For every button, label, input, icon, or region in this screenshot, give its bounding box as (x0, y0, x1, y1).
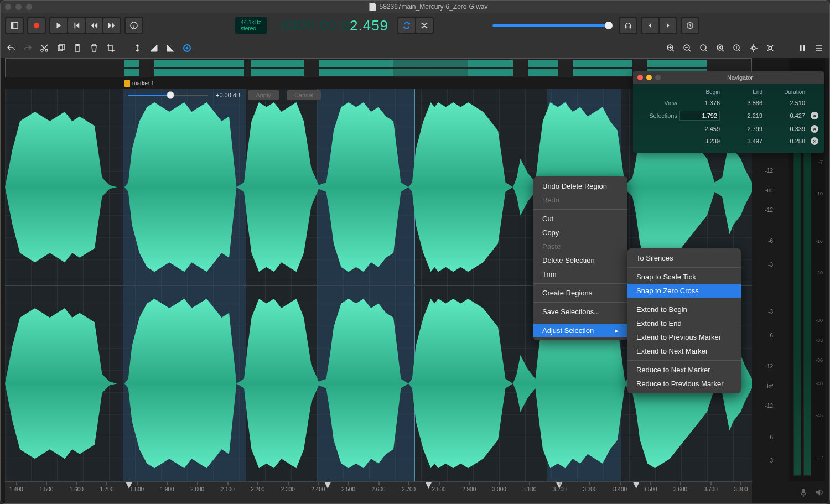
zoom-window-button[interactable] (26, 4, 32, 10)
nav-back-button[interactable] (642, 18, 658, 33)
marker-flag-icon[interactable] (124, 80, 130, 87)
svg-text:i: i (133, 23, 135, 29)
svg-point-2 (34, 23, 40, 29)
info-button[interactable]: i (126, 18, 142, 33)
fade-in-button[interactable] (148, 42, 160, 54)
ctx-trim[interactable]: Trim (533, 267, 627, 281)
time-ruler[interactable]: 1.4001.5001.6001.7001.8001.9002.0002.100… (5, 481, 752, 503)
ruler-tick: 1.400 (9, 486, 23, 492)
paste-button[interactable] (71, 42, 84, 54)
minimize-icon[interactable] (646, 75, 652, 80)
ruler-tick: 2.700 (402, 486, 416, 492)
volume-slider[interactable] (492, 24, 609, 27)
mic-icon[interactable] (798, 487, 808, 499)
sub-red-next[interactable]: Reduce to Next Marker (627, 363, 741, 377)
context-menu: Undo Delete Region Redo Cut Copy Paste D… (533, 176, 627, 340)
ctx-save-selections[interactable]: Save Selections... (533, 305, 627, 319)
history-button[interactable] (682, 18, 698, 33)
ruler-tick: 2.000 (190, 486, 204, 492)
sub-red-prev[interactable]: Reduce to Previous Marker (627, 377, 741, 391)
clear-selection-icon[interactable]: ✕ (811, 112, 818, 119)
close-window-button[interactable] (5, 4, 11, 10)
minimize-window-button[interactable] (15, 4, 22, 10)
fade-out-button[interactable] (164, 42, 177, 54)
cancel-button[interactable]: Cancel (287, 90, 321, 100)
play-button[interactable] (50, 18, 67, 33)
edit-toolbar (1, 38, 829, 58)
delete-button[interactable] (88, 42, 100, 54)
svg-rect-6 (630, 26, 631, 28)
ruler-tick: 3.400 (613, 486, 627, 492)
tool-2-button[interactable] (764, 42, 776, 54)
sub-ext-prev[interactable]: Extend to Previous Marker (627, 330, 741, 344)
sub-snap-zero[interactable]: Snap to Zero Cross (627, 284, 741, 298)
ruler-tick: 2.400 (311, 486, 325, 492)
selection-handle[interactable] (324, 482, 331, 489)
ctx-copy[interactable]: Copy (533, 226, 627, 240)
vertical-tool-button[interactable] (131, 42, 143, 54)
svg-rect-23 (800, 45, 801, 51)
sub-ext-next[interactable]: Extend to Next Marker (627, 344, 741, 358)
cut-button[interactable] (38, 42, 50, 54)
ruler-tick: 3.700 (704, 486, 718, 492)
gain-slider[interactable] (128, 95, 208, 96)
redo-button[interactable] (22, 42, 34, 54)
zoom-out-button[interactable] (681, 42, 693, 54)
ctx-redo: Redo (533, 193, 627, 207)
ctx-create-regions[interactable]: Create Regions (533, 286, 627, 300)
ctx-paste: Paste (533, 240, 627, 253)
zoom-fit-button[interactable] (714, 42, 727, 54)
copy-button[interactable] (55, 42, 67, 54)
close-icon[interactable] (637, 75, 643, 80)
loop-button[interactable] (398, 18, 415, 33)
selection-handle[interactable] (425, 482, 432, 489)
effect-button[interactable] (181, 42, 193, 54)
ruler-tick: 1.500 (39, 486, 53, 492)
filename: 582367main_Mercury-6_Zero-G.wav (379, 3, 487, 11)
sub-ext-end[interactable]: Extend to End (627, 316, 741, 330)
ruler-tick: 2.600 (371, 486, 385, 492)
zoom-icon[interactable] (655, 75, 661, 80)
ruler-tick: 3.600 (673, 486, 687, 492)
sub-snap-scale[interactable]: Snap to Scale Tick (627, 270, 741, 284)
ruler-tick: 2.100 (221, 486, 235, 492)
rewind-button[interactable] (86, 18, 102, 33)
sub-ext-begin[interactable]: Extend to Begin (627, 303, 741, 316)
navigator-panel[interactable]: Navigator Begin End Duration View 1.376 … (633, 71, 824, 153)
zoom-in-button[interactable] (665, 42, 677, 54)
columns-button[interactable] (796, 42, 808, 54)
apply-button[interactable]: Apply (248, 90, 279, 100)
gain-value: +0.00 dB (216, 92, 240, 98)
svg-point-22 (769, 46, 772, 50)
headphone-button[interactable] (620, 18, 636, 33)
sub-to-silences[interactable]: To Silences (627, 251, 741, 265)
sidebar-toggle-button[interactable] (6, 18, 23, 33)
ctx-undo[interactable]: Undo Delete Region (533, 179, 627, 193)
ctx-delete[interactable]: Delete Selection (533, 253, 627, 267)
svg-point-8 (41, 49, 43, 51)
svg-rect-13 (76, 44, 79, 46)
zoom-selection-button[interactable] (698, 42, 710, 54)
forward-button[interactable] (103, 18, 120, 33)
menu-button[interactable] (813, 42, 825, 54)
clear-selection-icon[interactable]: ✕ (811, 137, 818, 145)
file-icon (369, 3, 376, 11)
nav-forward-button[interactable] (660, 18, 676, 33)
svg-point-9 (45, 49, 48, 51)
ruler-tick: 3.500 (644, 486, 657, 492)
ctx-adjust-selection[interactable]: Adjust Selection▶ (533, 324, 627, 337)
undo-button[interactable] (5, 42, 17, 54)
clear-selection-icon[interactable]: ✕ (811, 125, 818, 133)
svg-point-21 (752, 46, 755, 50)
record-button[interactable] (28, 18, 45, 33)
go-to-start-button[interactable] (68, 18, 85, 33)
selection-begin-input[interactable] (679, 111, 720, 121)
shuffle-button[interactable] (416, 18, 433, 33)
zoom-vertical-button[interactable] (731, 42, 743, 54)
navigator-title: Navigator (661, 74, 819, 81)
selection-handle[interactable] (633, 482, 640, 489)
speaker-icon[interactable] (814, 487, 824, 499)
crop-button[interactable] (105, 42, 117, 54)
ctx-cut[interactable]: Cut (533, 212, 627, 226)
tool-1-button[interactable] (748, 42, 760, 54)
